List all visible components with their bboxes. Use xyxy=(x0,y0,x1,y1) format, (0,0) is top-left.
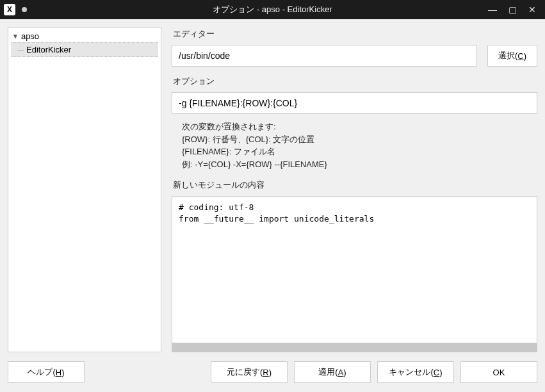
chevron-down-icon[interactable]: ▼ xyxy=(12,33,19,40)
tree-item-editorkicker[interactable]: EditorKicker xyxy=(11,42,158,57)
option-args-input[interactable] xyxy=(172,92,537,114)
tree-child-label: EditorKicker xyxy=(26,45,71,54)
cancel-button[interactable]: キャンセル(C) xyxy=(377,361,454,383)
editor-path-input[interactable] xyxy=(172,45,477,67)
horiz-scrollbar[interactable] xyxy=(172,343,537,352)
option-section-label: オプション xyxy=(173,76,537,87)
dialog-button-bar: ヘルプ(H) 元に戻す(R) 適用(A) キャンセル(C) OK xyxy=(0,352,545,392)
window-title: オプション - apso - EditorKicker xyxy=(0,4,545,15)
apply-button[interactable]: 適用(A) xyxy=(294,361,371,383)
scroll-thumb[interactable] xyxy=(172,343,537,352)
ok-button[interactable]: OK xyxy=(460,361,537,383)
module-content-textarea[interactable] xyxy=(172,197,537,343)
select-editor-button[interactable]: 選択(C) xyxy=(487,45,537,67)
minimize-icon[interactable]: — xyxy=(488,4,497,15)
module-section-label: 新しいモジュールの内容 xyxy=(173,179,537,191)
app-icon: X xyxy=(4,4,15,15)
maximize-icon[interactable]: ▢ xyxy=(508,4,517,15)
close-icon[interactable]: ✕ xyxy=(528,4,536,15)
option-description: 次の変数が置換されます: {ROW}: 行番号、{COL}: 文字の位置 {FI… xyxy=(182,120,537,170)
category-tree[interactable]: ▼ apso EditorKicker xyxy=(8,27,161,352)
revert-button[interactable]: 元に戻す(R) xyxy=(211,361,288,383)
title-bar: X オプション - apso - EditorKicker — ▢ ✕ xyxy=(0,0,545,19)
modified-indicator xyxy=(22,7,27,12)
tree-root-label: apso xyxy=(21,31,39,41)
editor-section-label: エディター xyxy=(173,28,537,40)
tree-root-apso[interactable]: ▼ apso xyxy=(8,30,161,42)
module-textarea-wrap xyxy=(172,196,537,352)
help-button[interactable]: ヘルプ(H) xyxy=(8,361,85,383)
